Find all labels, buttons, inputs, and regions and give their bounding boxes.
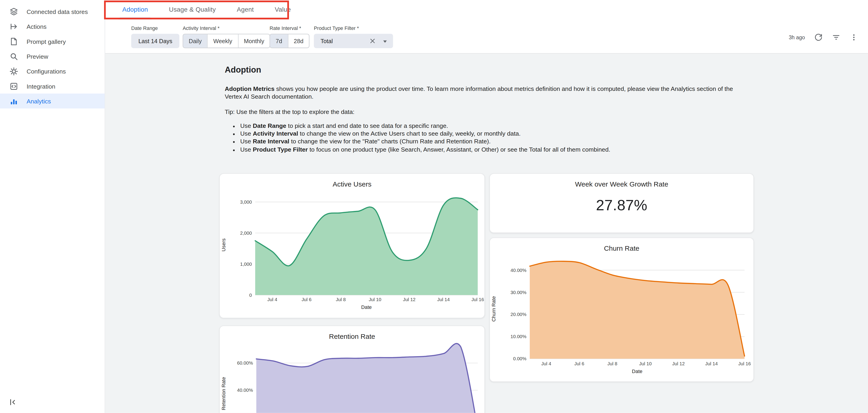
activity-interval-label: Activity Interval * [183,26,270,31]
svg-text:Jul 16: Jul 16 [471,297,484,302]
svg-text:Retention Rate: Retention Rate [221,377,226,410]
rate-interval-option-28d[interactable]: 28d [288,34,309,47]
topbar: Adoption Usage & Quality Agent Value Dat… [105,0,868,54]
tip-item: Use Activity Interval to change the view… [240,130,737,138]
product-type-value: Total [320,38,370,44]
churn-rate-card: Churn Rate 0.00%10.00%20.00%30.00%40.00%… [489,237,754,382]
activity-interval-option-daily[interactable]: Daily [183,34,207,47]
activity-interval-filter-group: Activity Interval * Daily Weekly Monthly [183,26,270,48]
product-type-select[interactable]: Total [314,34,393,48]
svg-text:0: 0 [249,292,252,298]
svg-text:Date: Date [361,304,372,310]
activity-interval-option-weekly[interactable]: Weekly [207,34,238,47]
dropdown-arrow-icon[interactable] [382,38,388,44]
sidebar-item-configurations[interactable]: Configurations [0,64,104,78]
activity-interval-option-monthly[interactable]: Monthly [238,34,270,47]
sidebar-item-label: Integration [27,83,55,89]
svg-text:60.00%: 60.00% [237,360,253,366]
tip-item: Use Product Type Filter to focus on one … [240,146,737,153]
svg-text:Jul 4: Jul 4 [267,297,277,302]
svg-text:Jul 14: Jul 14 [437,297,450,302]
tip-item: Use Date Range to pick a start and end d… [240,122,737,130]
sidebar-item-label: Prompt gallery [27,38,66,44]
svg-text:0.00%: 0.00% [513,356,526,361]
wow-growth-card: Week over Week Growth Rate 27.87% [489,173,754,233]
svg-text:20.00%: 20.00% [510,312,526,317]
sidebar-item-label: Configurations [27,68,66,74]
retention-rate-card: Retention Rate 0.00%20.00%40.00%60.00%Ju… [219,325,485,413]
collapse-sidebar-icon[interactable] [5,395,19,408]
intro-paragraph: Adoption Metrics shows you how people ar… [225,85,737,100]
rate-interval-filter-group: Rate Interval * 7d 28d [270,26,310,48]
svg-text:Jul 8: Jul 8 [336,297,346,302]
sidebar-item-label: Connected data stores [27,8,88,14]
svg-text:Jul 14: Jul 14 [705,361,718,366]
sidebar-item-prompt-gallery[interactable]: Prompt gallery [0,34,104,49]
stat-title: Week over Week Growth Rate [490,174,753,188]
product-type-filter-group: Product Type Filter * Total [314,26,393,48]
svg-text:Jul 10: Jul 10 [369,297,381,302]
sidebar-item-connected-data-stores[interactable]: Connected data stores [0,4,104,19]
rate-interval-option-7d[interactable]: 7d [270,34,288,47]
sidebar-item-label: Analytics [27,98,51,104]
svg-text:Jul 4: Jul 4 [541,361,551,366]
refresh-icon[interactable] [814,33,823,41]
data-stores-icon [9,7,18,16]
tips-list: Use Date Range to pick a start and end d… [228,122,737,153]
svg-text:1,000: 1,000 [240,261,252,267]
sidebar-item-label: Preview [27,53,48,60]
rate-interval-segmented: 7d 28d [270,34,310,48]
svg-text:40.00%: 40.00% [510,267,526,273]
clear-filter-icon[interactable] [370,38,375,43]
date-range-label: Date Range [131,26,180,31]
svg-text:Date: Date [632,369,643,374]
svg-text:Jul 8: Jul 8 [608,361,618,366]
active-users-chart: 01,0002,0003,000Jul 4Jul 6Jul 8Jul 10Jul… [220,188,486,312]
filter-icon[interactable] [832,33,840,41]
svg-text:Jul 6: Jul 6 [575,361,584,366]
rate-interval-label: Rate Interval * [270,26,310,31]
sidebar-item-label: Actions [27,23,46,30]
more-options-icon[interactable] [850,33,858,41]
sidebar: Connected data stores Actions Prompt gal… [0,0,105,413]
tab-bar: Adoption Usage & Quality Agent Value [105,0,868,20]
tab-value[interactable]: Value [264,0,301,20]
tip-text: Tip: Use the filters at the top to explo… [225,108,737,116]
wow-growth-value: 27.87% [490,197,753,214]
chart-title: Churn Rate [490,238,753,253]
tab-usage-quality[interactable]: Usage & Quality [158,0,226,20]
integration-icon [9,82,18,91]
svg-text:Jul 6: Jul 6 [302,297,312,302]
svg-text:3,000: 3,000 [240,199,252,204]
svg-text:Users: Users [221,239,226,251]
refresh-meta: 3h ago [789,33,858,41]
chart-title: Retention Rate [220,326,485,340]
content-area: Adoption Adoption Metrics shows you how … [105,54,868,413]
adoption-description: Adoption Adoption Metrics shows you how … [225,65,737,153]
sidebar-item-actions[interactable]: Actions [0,19,104,34]
last-refreshed-text: 3h ago [789,34,805,40]
retention-rate-chart: 0.00%20.00%40.00%60.00%Jul 4Jul 6Jul 8Ju… [220,340,486,413]
svg-text:Jul 10: Jul 10 [639,361,652,366]
svg-text:Jul 16: Jul 16 [738,361,751,366]
gear-icon [9,67,18,75]
svg-text:10.00%: 10.00% [510,334,526,339]
svg-text:Jul 12: Jul 12 [672,361,685,366]
page-title: Adoption [225,65,737,74]
actions-arrow-icon [9,22,18,31]
tip-item: Use Rate Interval to change the view for… [240,138,737,146]
product-type-filter-label: Product Type Filter * [314,26,393,31]
tab-adoption[interactable]: Adoption [112,0,158,20]
svg-text:40.00%: 40.00% [237,387,253,393]
date-range-button[interactable]: Last 14 Days [131,34,180,48]
prompt-gallery-icon [9,37,18,46]
sidebar-item-integration[interactable]: Integration [0,78,104,93]
tab-agent[interactable]: Agent [226,0,264,20]
analytics-icon [9,97,18,105]
svg-text:Churn Rate: Churn Rate [491,296,497,322]
churn-rate-chart: 0.00%10.00%20.00%30.00%40.00%Jul 4Jul 6J… [490,253,754,377]
sidebar-item-analytics[interactable]: Analytics [0,94,104,108]
sidebar-item-preview[interactable]: Preview [0,49,104,63]
active-users-card: Active Users 01,0002,0003,000Jul 4Jul 6J… [219,173,485,318]
chart-title: Active Users [220,174,485,188]
